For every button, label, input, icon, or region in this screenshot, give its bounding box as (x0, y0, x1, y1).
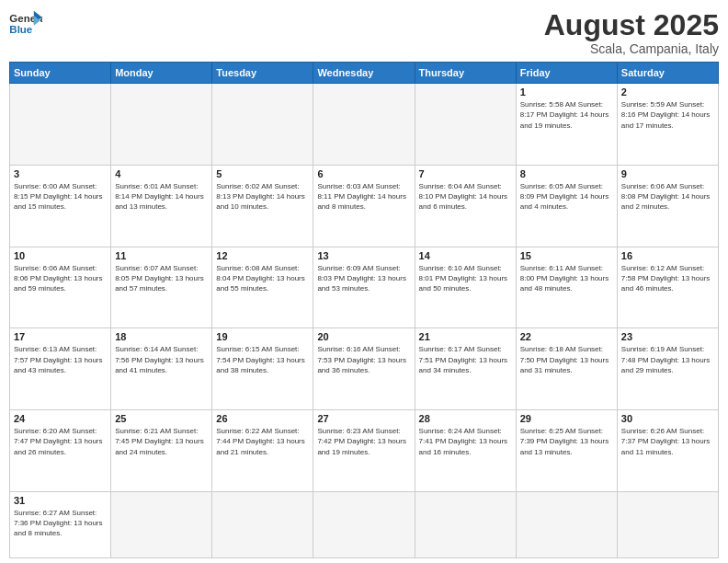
day-number: 19 (216, 331, 309, 342)
day-info: Sunrise: 6:21 AM Sunset: 7:45 PM Dayligh… (115, 426, 208, 457)
day-number: 24 (14, 413, 107, 424)
day-info: Sunrise: 6:20 AM Sunset: 7:47 PM Dayligh… (14, 426, 107, 457)
day-info: Sunrise: 6:05 AM Sunset: 8:09 PM Dayligh… (520, 181, 613, 213)
day-number: 17 (14, 331, 107, 342)
day-number: 5 (216, 168, 309, 179)
day-info: Sunrise: 6:06 AM Sunset: 8:06 PM Dayligh… (14, 263, 107, 294)
table-row: 6Sunrise: 6:03 AM Sunset: 8:11 PM Daylig… (313, 165, 415, 247)
table-row (415, 492, 516, 558)
day-number: 20 (317, 331, 410, 342)
day-number: 13 (317, 250, 410, 261)
header-thursday: Thursday (415, 63, 516, 84)
table-row: 13Sunrise: 6:09 AM Sunset: 8:03 PM Dayli… (313, 247, 415, 328)
table-row (10, 84, 111, 166)
table-row: 28Sunrise: 6:24 AM Sunset: 7:41 PM Dayli… (415, 410, 516, 492)
day-info: Sunrise: 6:04 AM Sunset: 8:10 PM Dayligh… (419, 181, 512, 213)
day-number: 27 (317, 413, 410, 424)
day-info: Sunrise: 6:17 AM Sunset: 7:51 PM Dayligh… (419, 344, 512, 375)
header-saturday: Saturday (617, 63, 718, 84)
table-row: 14Sunrise: 6:10 AM Sunset: 8:01 PM Dayli… (415, 247, 516, 328)
day-info: Sunrise: 5:58 AM Sunset: 8:17 PM Dayligh… (520, 99, 613, 131)
day-info: Sunrise: 6:01 AM Sunset: 8:14 PM Dayligh… (115, 181, 208, 213)
table-row: 29Sunrise: 6:25 AM Sunset: 7:39 PM Dayli… (516, 410, 617, 492)
day-number: 2 (621, 86, 714, 98)
weekday-header-row: Sunday Monday Tuesday Wednesday Thursday… (10, 63, 719, 84)
day-info: Sunrise: 6:14 AM Sunset: 7:56 PM Dayligh… (115, 344, 208, 375)
table-row: 22Sunrise: 6:18 AM Sunset: 7:50 PM Dayli… (516, 328, 617, 410)
day-info: Sunrise: 6:15 AM Sunset: 7:54 PM Dayligh… (216, 344, 309, 375)
day-info: Sunrise: 5:59 AM Sunset: 8:16 PM Dayligh… (621, 99, 714, 131)
table-row: 27Sunrise: 6:23 AM Sunset: 7:42 PM Dayli… (313, 410, 415, 492)
day-number: 15 (520, 250, 613, 261)
day-number: 25 (115, 413, 208, 424)
table-row: 17Sunrise: 6:13 AM Sunset: 7:57 PM Dayli… (10, 328, 111, 410)
table-row: 8Sunrise: 6:05 AM Sunset: 8:09 PM Daylig… (516, 165, 617, 247)
table-row: 25Sunrise: 6:21 AM Sunset: 7:45 PM Dayli… (111, 410, 212, 492)
day-number: 21 (419, 331, 512, 342)
table-row (313, 84, 415, 166)
day-info: Sunrise: 6:22 AM Sunset: 7:44 PM Dayligh… (216, 426, 309, 457)
day-number: 28 (419, 413, 512, 424)
table-row: 7Sunrise: 6:04 AM Sunset: 8:10 PM Daylig… (415, 165, 516, 247)
day-number: 10 (14, 250, 107, 261)
table-row: 16Sunrise: 6:12 AM Sunset: 7:58 PM Dayli… (617, 247, 718, 328)
table-row: 3Sunrise: 6:00 AM Sunset: 8:15 PM Daylig… (10, 165, 111, 247)
header: General Blue August 2025 Scala, Campania… (9, 9, 719, 56)
table-row: 15Sunrise: 6:11 AM Sunset: 8:00 PM Dayli… (516, 247, 617, 328)
day-info: Sunrise: 6:07 AM Sunset: 8:05 PM Dayligh… (115, 263, 208, 294)
table-row (212, 492, 313, 558)
day-number: 22 (520, 331, 613, 342)
table-row: 12Sunrise: 6:08 AM Sunset: 8:04 PM Dayli… (212, 247, 313, 328)
table-row: 10Sunrise: 6:06 AM Sunset: 8:06 PM Dayli… (10, 247, 111, 328)
table-row: 4Sunrise: 6:01 AM Sunset: 8:14 PM Daylig… (111, 165, 212, 247)
table-row: 5Sunrise: 6:02 AM Sunset: 8:13 PM Daylig… (212, 165, 313, 247)
day-number: 3 (14, 168, 107, 179)
day-info: Sunrise: 6:13 AM Sunset: 7:57 PM Dayligh… (14, 344, 107, 375)
table-row (516, 492, 617, 558)
header-wednesday: Wednesday (313, 63, 415, 84)
day-number: 12 (216, 250, 309, 261)
header-monday: Monday (111, 63, 212, 84)
day-info: Sunrise: 6:00 AM Sunset: 8:15 PM Dayligh… (14, 181, 107, 213)
table-row: 19Sunrise: 6:15 AM Sunset: 7:54 PM Dayli… (212, 328, 313, 410)
day-info: Sunrise: 6:25 AM Sunset: 7:39 PM Dayligh… (520, 426, 613, 457)
table-row: 2Sunrise: 5:59 AM Sunset: 8:16 PM Daylig… (617, 84, 718, 166)
header-tuesday: Tuesday (212, 63, 313, 84)
calendar-title: August 2025 (544, 9, 719, 41)
day-number: 6 (317, 168, 410, 179)
day-number: 9 (621, 168, 714, 179)
day-info: Sunrise: 6:10 AM Sunset: 8:01 PM Dayligh… (419, 263, 512, 294)
day-number: 18 (115, 331, 208, 342)
day-info: Sunrise: 6:06 AM Sunset: 8:08 PM Dayligh… (621, 181, 714, 213)
day-number: 14 (419, 250, 512, 261)
table-row (212, 84, 313, 166)
day-info: Sunrise: 6:26 AM Sunset: 7:37 PM Dayligh… (621, 426, 714, 457)
day-number: 30 (621, 413, 714, 424)
header-friday: Friday (516, 63, 617, 84)
day-number: 8 (520, 168, 613, 179)
table-row: 20Sunrise: 6:16 AM Sunset: 7:53 PM Dayli… (313, 328, 415, 410)
day-info: Sunrise: 6:18 AM Sunset: 7:50 PM Dayligh… (520, 344, 613, 375)
table-row: 26Sunrise: 6:22 AM Sunset: 7:44 PM Dayli… (212, 410, 313, 492)
table-row: 21Sunrise: 6:17 AM Sunset: 7:51 PM Dayli… (415, 328, 516, 410)
day-info: Sunrise: 6:23 AM Sunset: 7:42 PM Dayligh… (317, 426, 410, 457)
day-number: 26 (216, 413, 309, 424)
day-number: 7 (419, 168, 512, 179)
generalblue-logo-icon: General Blue (9, 9, 42, 37)
calendar-subtitle: Scala, Campania, Italy (544, 41, 719, 56)
day-number: 11 (115, 250, 208, 261)
day-info: Sunrise: 6:19 AM Sunset: 7:48 PM Dayligh… (621, 344, 714, 375)
day-info: Sunrise: 6:16 AM Sunset: 7:53 PM Dayligh… (317, 344, 410, 375)
day-number: 29 (520, 413, 613, 424)
table-row: 18Sunrise: 6:14 AM Sunset: 7:56 PM Dayli… (111, 328, 212, 410)
day-number: 23 (621, 331, 714, 342)
table-row (313, 492, 415, 558)
day-number: 16 (621, 250, 714, 261)
table-row (111, 84, 212, 166)
day-info: Sunrise: 6:03 AM Sunset: 8:11 PM Dayligh… (317, 181, 410, 213)
table-row (617, 492, 718, 558)
table-row: 11Sunrise: 6:07 AM Sunset: 8:05 PM Dayli… (111, 247, 212, 328)
day-number: 1 (520, 86, 613, 98)
title-area: August 2025 Scala, Campania, Italy (544, 9, 719, 56)
svg-text:Blue: Blue (9, 24, 32, 35)
